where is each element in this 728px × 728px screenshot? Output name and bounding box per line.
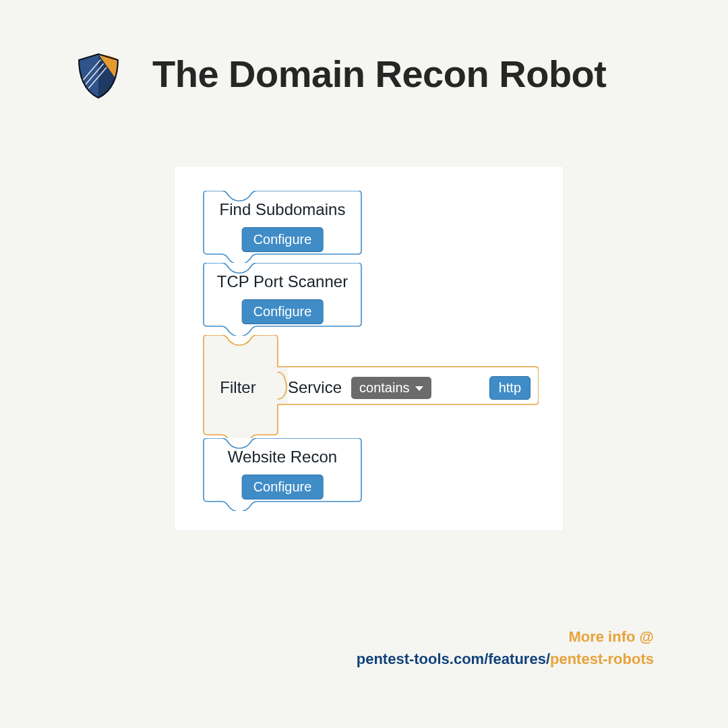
filter-operator-label: contains: [359, 380, 410, 396]
robot-diagram-panel: Find Subdomains Configure TCP Port Scann…: [174, 166, 564, 531]
block-filter[interactable]: Filter Service contains http: [202, 335, 539, 439]
footer: More info @ pentest-tools.com/features/p…: [357, 626, 654, 670]
block-label: Find Subdomains: [202, 200, 363, 219]
configure-button[interactable]: Configure: [242, 299, 324, 324]
block-find-subdomains[interactable]: Find Subdomains Configure: [202, 191, 363, 264]
filter-operator-dropdown[interactable]: contains: [351, 377, 431, 399]
configure-button[interactable]: Configure: [242, 475, 324, 499]
block-tcp-port-scanner[interactable]: TCP Port Scanner Configure: [202, 263, 363, 336]
filter-value-chip[interactable]: http: [489, 376, 530, 400]
footer-link-base: pentest-tools.com/features/: [357, 650, 550, 667]
filter-label: Filter: [211, 378, 265, 397]
footer-link-highlight: pentest-robots: [550, 650, 654, 667]
page-title: The Domain Recon Robot: [152, 52, 606, 96]
shield-logo-icon: [74, 51, 123, 100]
configure-button[interactable]: Configure: [242, 227, 324, 252]
block-website-recon[interactable]: Website Recon Configure: [202, 438, 363, 511]
header: The Domain Recon Robot: [74, 47, 606, 100]
footer-more-info: More info @: [357, 626, 654, 648]
block-label: Website Recon: [202, 448, 363, 466]
footer-link[interactable]: pentest-tools.com/features/pentest-robot…: [357, 648, 654, 670]
block-label: TCP Port Scanner: [202, 272, 363, 291]
chevron-down-icon: [415, 386, 423, 391]
filter-field-label: Service: [288, 378, 342, 397]
